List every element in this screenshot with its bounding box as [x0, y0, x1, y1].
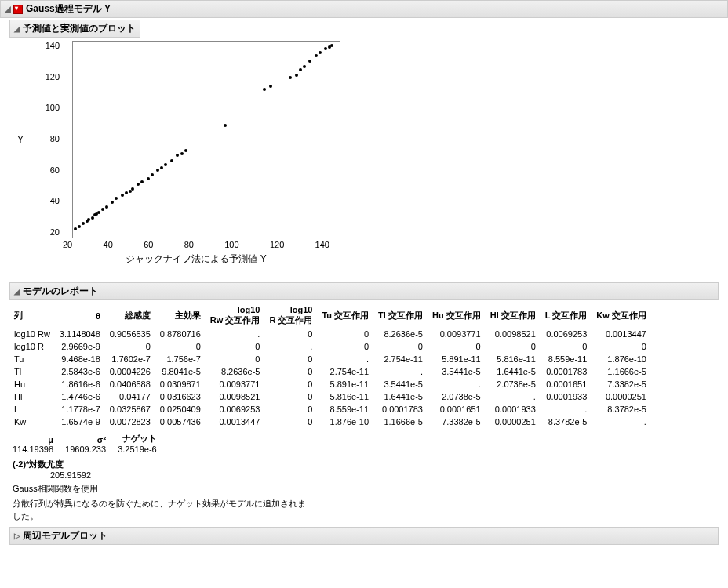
x-axis-label: ジャックナイフ法による予測値 Y	[63, 252, 329, 266]
menu-icon[interactable]	[13, 5, 23, 14]
y-axis-ticks: 14012010080604020	[41, 41, 60, 237]
sigma2-label: σ²	[65, 435, 106, 445]
plot-section-header[interactable]: ◢ 予測値と実測値のプロット	[9, 20, 140, 38]
plot-title: 予測値と実測値のプロット	[23, 22, 136, 35]
note-1: Gauss相関関数を使用	[13, 483, 728, 495]
model-report-header[interactable]: ◢ モデルのレポート	[9, 282, 719, 300]
marginal-title: 周辺モデルプロット	[23, 529, 107, 543]
mu-value: 114.19398	[13, 445, 53, 454]
mu-label: μ	[13, 435, 53, 445]
disclosure-icon[interactable]: ◢	[14, 287, 20, 296]
report-table: 列θ総感度主効果log10Rw 交互作用log10R 交互作用Tu 交互作用Tl…	[9, 303, 651, 428]
sigma2-value: 19609.233	[65, 445, 106, 454]
model-report-title: モデルのレポート	[23, 285, 98, 298]
scatter-plot: Y 14012010080604020 20406080100120140 ジャ…	[17, 41, 339, 276]
disclosure-icon[interactable]: ◢	[14, 24, 20, 33]
logL-value: 205.91592	[13, 470, 91, 480]
log-likelihood-value-row: 205.91592	[13, 470, 728, 480]
nugget-label: ナゲット	[118, 433, 157, 445]
disclosure-icon[interactable]: ◢	[5, 5, 11, 13]
stats-row: μ114.19398 σ²19609.233 ナゲット3.2519e-6	[13, 433, 728, 454]
main-section-header[interactable]: ◢ Gauss過程モデル Y	[0, 0, 728, 18]
main-title: Gauss過程モデル Y	[26, 2, 111, 16]
logL-label: (-2)*対数尤度	[13, 459, 64, 470]
plot-area	[72, 41, 340, 238]
x-axis-ticks: 20406080100120140	[63, 240, 329, 249]
disclosure-icon-closed[interactable]: ▷	[14, 532, 20, 540]
y-axis-label: Y	[17, 134, 24, 145]
log-likelihood-row: (-2)*対数尤度	[13, 459, 728, 470]
marginal-section-header[interactable]: ▷ 周辺モデルプロット	[9, 527, 719, 545]
note-2: 分散行列が特異になるのを防ぐために、ナゲット効果がモデルに追加されました。	[13, 498, 311, 522]
nugget-value: 3.2519e-6	[118, 445, 157, 454]
